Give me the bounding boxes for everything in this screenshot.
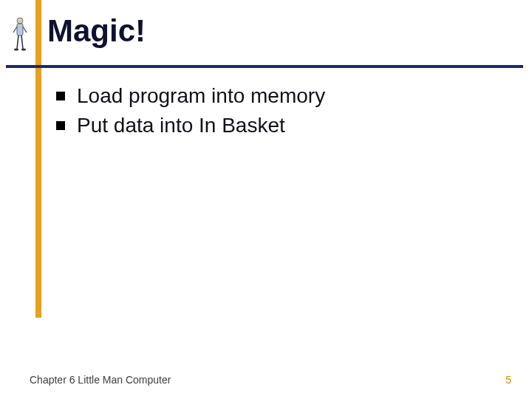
square-bullet-icon (56, 92, 65, 100)
svg-point-0 (17, 18, 23, 24)
slide-body: Load program into memory Put data into I… (56, 83, 499, 143)
list-item: Load program into memory (56, 83, 499, 109)
accent-bar (35, 0, 41, 318)
slide-title: Magic! (47, 13, 146, 49)
footer-page-number: 5 (505, 374, 511, 386)
svg-point-7 (21, 49, 26, 51)
svg-line-3 (23, 27, 27, 33)
square-bullet-icon (56, 121, 65, 130)
svg-line-4 (17, 35, 18, 49)
list-item: Put data into In Basket (56, 112, 499, 139)
svg-line-5 (21, 35, 23, 49)
title-underline (6, 65, 523, 68)
svg-line-2 (13, 27, 17, 33)
bullet-text: Put data into In Basket (77, 112, 285, 139)
bullet-text: Load program into memory (77, 83, 325, 109)
svg-rect-1 (17, 24, 23, 35)
footer-chapter: Chapter 6 Little Man Computer (30, 374, 171, 386)
svg-point-6 (14, 49, 18, 51)
little-man-figure-icon (12, 16, 28, 52)
